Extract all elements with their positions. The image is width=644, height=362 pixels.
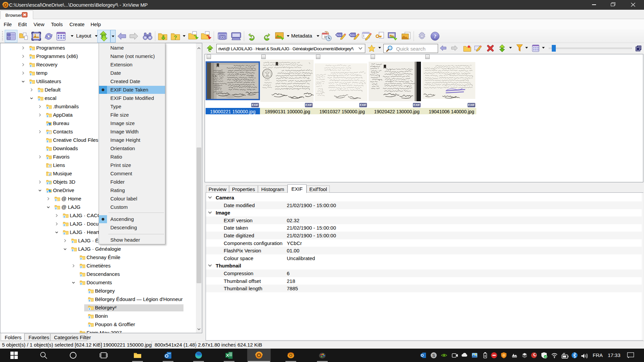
svg-text:?: ? bbox=[434, 33, 437, 40]
svg-text:<>: <> bbox=[351, 34, 355, 37]
svg-text:I: I bbox=[363, 34, 364, 38]
svg-text:S: S bbox=[432, 353, 435, 358]
svg-text:?: ? bbox=[174, 35, 177, 41]
svg-text:<>: <> bbox=[338, 34, 341, 37]
